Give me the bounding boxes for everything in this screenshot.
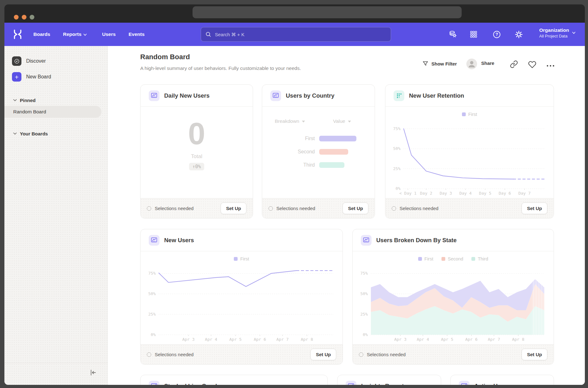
chart-legend: FirstSecondThird (353, 255, 554, 263)
setup-button[interactable]: Set Up (310, 349, 336, 360)
sidebar-item-random-board[interactable]: Random Board (4, 106, 101, 118)
card-users-by-state: Users Broken Down By State FirstSecondTh… (352, 229, 554, 365)
line-chart-icon (459, 381, 470, 385)
card-header: New User Retention (385, 85, 554, 107)
status-text: Selections needed (276, 206, 339, 211)
compass-icon (12, 56, 21, 66)
card-body: FirstSecondThird 75%50%25%0%Apr 3Apr 4Ap… (353, 251, 554, 344)
line-chart-icon (361, 235, 372, 246)
setup-button[interactable]: Set Up (522, 203, 547, 214)
legend-swatch (418, 257, 422, 261)
address-bar[interactable] (193, 6, 462, 18)
org-switcher[interactable]: Organization All Project Data (539, 27, 575, 38)
window-titlebar (4, 4, 585, 23)
sidebar-section-label: Your Boards (20, 131, 48, 136)
sidebar-item-label: Random Board (13, 109, 46, 115)
metric-value: 0 (188, 118, 205, 149)
card-body: First 75%50%25%0%Apr 3Apr 4Apr 5Apr 6Apr… (141, 251, 343, 344)
sidebar-section-pinned[interactable]: Pinned (13, 96, 36, 104)
card-title: Users Broken Down By State (376, 237, 457, 244)
y-axis-label: 75% (355, 271, 368, 276)
card-footer: Selections needed Set Up (141, 344, 343, 364)
chevron-down-icon (572, 32, 575, 34)
y-axis-label: 0% (355, 332, 368, 337)
legend-label: Second (448, 256, 463, 261)
nav-item-label: Reports (63, 31, 82, 37)
nav-item-events[interactable]: Events (129, 23, 145, 46)
legend-label: Third (478, 256, 488, 261)
mixpanel-logo[interactable] (13, 29, 23, 39)
card-title: Stacked Line Graph (164, 383, 219, 385)
card-daily-new-users: Daily New Users 0 Total ↑0% Selections n… (140, 84, 253, 219)
nav-item-label: Users (102, 31, 116, 37)
legend-swatch (441, 257, 445, 261)
card-header: Insights Report (337, 375, 441, 385)
y-axis-label: 0% (143, 332, 156, 337)
column-header-value[interactable]: Value (333, 118, 351, 124)
setup-button[interactable]: Set Up (522, 349, 547, 360)
card-body: Breakdown Value FirstSecondThird (262, 107, 375, 198)
breakdown-row-label: Second (298, 149, 315, 155)
avatar[interactable] (466, 59, 477, 69)
window-close-button[interactable] (14, 15, 19, 20)
share-button[interactable]: Share (481, 60, 494, 66)
more-options-button[interactable] (546, 62, 555, 70)
nav-item-reports[interactable]: Reports (63, 23, 87, 46)
copy-link-button[interactable] (510, 60, 518, 68)
plus-icon: + (12, 72, 21, 82)
legend-swatch (234, 257, 238, 261)
status-text: Selections needed (155, 352, 307, 357)
filter-funnel-icon (422, 60, 429, 67)
sidebar-collapse-button[interactable] (88, 368, 98, 377)
data-governance-button[interactable] (448, 30, 458, 39)
settings-button[interactable] (514, 30, 523, 39)
sidebar: Discover + New Board Pinned Random Board… (4, 46, 108, 385)
nav-item-label: Boards (33, 31, 50, 37)
chart-legend: First (141, 255, 343, 263)
help-button[interactable]: ? (492, 30, 501, 39)
card-new-user-retention: New User Retention First 75%50%25%0%< Da… (385, 84, 554, 219)
setup-button[interactable]: Set Up (221, 203, 246, 214)
nav-item-boards[interactable]: Boards (33, 23, 50, 46)
show-filter-button[interactable]: Show Filter (422, 60, 457, 67)
window-minimize-button[interactable] (22, 15, 26, 20)
help-icon: ? (493, 30, 501, 39)
database-gear-icon (449, 30, 457, 38)
legend-item: Second (441, 256, 463, 261)
y-axis-label: 25% (388, 166, 401, 171)
sidebar-item-new-board[interactable]: + New Board (12, 71, 51, 83)
legend-swatch (462, 112, 466, 116)
status-text: Selections needed (400, 206, 518, 211)
sidebar-divider (4, 363, 108, 363)
column-header-breakdown[interactable]: Breakdown (275, 118, 305, 124)
card-header: Users by Country (262, 85, 375, 107)
setup-button[interactable]: Set Up (343, 203, 368, 214)
global-search[interactable] (201, 27, 391, 42)
status-circle-icon (147, 352, 151, 357)
apps-grid-button[interactable] (469, 30, 478, 39)
y-axis-label: 25% (143, 312, 156, 317)
collapse-left-icon (89, 369, 97, 376)
card-header: Users Broken Down By State (353, 229, 554, 251)
card-title: New User Retention (409, 92, 464, 99)
chevron-down-icon (302, 121, 305, 123)
status-circle-icon (147, 206, 151, 211)
search-input[interactable] (214, 31, 386, 37)
card-footer: Selections needed Set Up (385, 198, 554, 218)
sidebar-section-your-boards[interactable]: Your Boards (13, 130, 48, 137)
legend-item: First (462, 112, 477, 117)
y-axis-label: 50% (355, 291, 368, 296)
breakdown-row: Third (262, 158, 375, 172)
nav-item-users[interactable]: Users (102, 23, 116, 46)
metric-delta-badge: ↑0% (189, 163, 204, 170)
sidebar-section-label: Pinned (20, 98, 36, 103)
window-zoom-button[interactable] (30, 15, 34, 20)
nav-item-label: Events (129, 31, 145, 37)
org-name: Organization (539, 27, 569, 34)
status-text: Selections needed (367, 352, 518, 357)
sidebar-item-discover[interactable]: Discover (12, 55, 46, 67)
card-new-users: New Users First 75%50%25%0%Apr 3Apr 4Apr… (140, 229, 343, 365)
breakdown-row-label: First (305, 136, 315, 141)
favorite-heart-button[interactable] (528, 60, 536, 68)
legend-label: First (468, 112, 477, 117)
